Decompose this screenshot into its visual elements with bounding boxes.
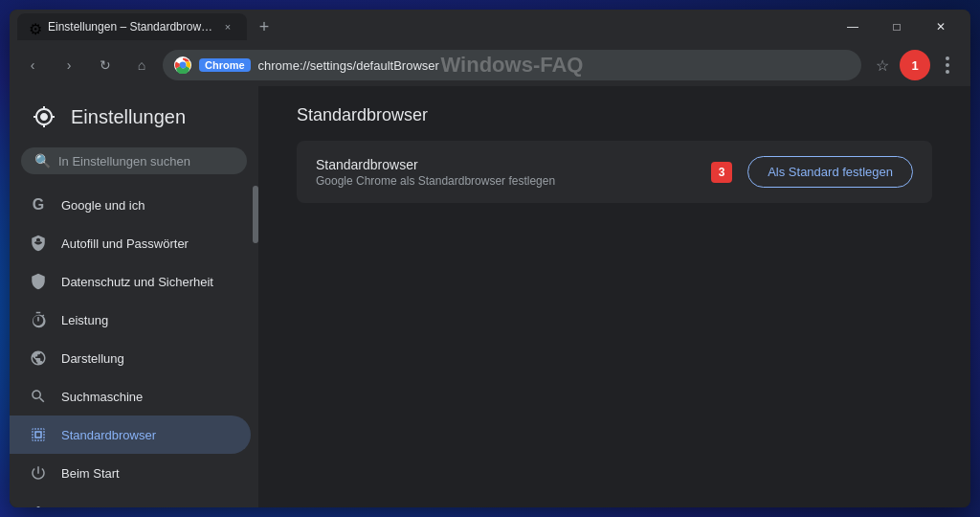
autofill-icon — [29, 234, 48, 253]
menu-dot-3 — [946, 70, 949, 74]
title-bar: ⚙ Einstellungen – Standardbrows… × + — □… — [10, 10, 970, 44]
sidebar-label-default: Standardbrowser — [61, 428, 156, 442]
home-button[interactable]: ⌂ — [126, 50, 157, 80]
address-text[interactable]: chrome://settings/defaultBrowser — [258, 58, 850, 73]
sidebar-item-performance[interactable]: Leistung — [10, 301, 251, 339]
sidebar-item-privacy[interactable]: Datenschutz und Sicherheit — [10, 262, 251, 301]
browser-window: ⚙ Einstellungen – Standardbrows… × + — □… — [10, 10, 970, 507]
sidebar-label-performance: Leistung — [61, 313, 108, 327]
sidebar-nav: G Google und ich Autofill und Passwörter — [10, 182, 258, 507]
search-placeholder: In Einstellungen suchen — [58, 154, 190, 169]
address-bar[interactable]: Chrome chrome://settings/defaultBrowser … — [163, 50, 861, 80]
svg-point-2 — [180, 62, 185, 67]
sidebar-label-autofill: Autofill und Passwörter — [61, 236, 189, 251]
sidebar-label-search: Suchmaschine — [61, 390, 143, 404]
settings-icon — [29, 101, 59, 132]
search-icon: 🔍 — [34, 153, 51, 169]
tab-title: Einstellungen – Standardbrows… — [48, 20, 214, 34]
profile-button[interactable]: 1 — [900, 50, 930, 80]
back-button[interactable]: ‹ — [17, 50, 48, 80]
sidebar-item-autofill[interactable]: Autofill und Passwörter — [10, 224, 251, 262]
forward-button[interactable]: › — [54, 50, 84, 80]
default-browser-icon — [29, 425, 48, 444]
menu-dot-1 — [946, 56, 949, 60]
active-tab[interactable]: ⚙ Einstellungen – Standardbrows… × — [17, 13, 247, 40]
sidebar: Einstellungen 🔍 In Einstellungen suchen … — [10, 86, 258, 507]
settings-card: Standardbrowser Google Chrome als Standa… — [297, 141, 932, 203]
new-tab-button[interactable]: + — [251, 13, 278, 40]
search-box[interactable]: 🔍 In Einstellungen suchen — [21, 147, 247, 174]
sidebar-item-startup[interactable]: Beim Start — [10, 454, 251, 492]
scrollbar-thumb[interactable] — [253, 186, 258, 243]
sidebar-label-appearance: Darstellung — [61, 351, 124, 366]
set-default-button[interactable]: Als Standard festlegen — [747, 156, 913, 188]
row-title: Standardbrowser — [316, 157, 696, 172]
main-content: Standardbrowser Standardbrowser Google C… — [258, 86, 970, 507]
sidebar-label-google: Google und ich — [61, 198, 145, 213]
privacy-icon — [29, 272, 48, 291]
settings-title: Einstellungen — [71, 106, 186, 128]
maximize-button[interactable]: □ — [875, 10, 919, 44]
sidebar-label-startup: Beim Start — [61, 466, 120, 481]
sidebar-label-privacy: Datenschutz und Sicherheit — [61, 275, 213, 289]
appearance-icon — [29, 348, 48, 368]
sidebar-item-default[interactable]: Standardbrowser 2 — [10, 416, 251, 454]
bookmark-button[interactable]: ☆ — [867, 50, 898, 80]
content-area: Einstellungen 🔍 In Einstellungen suchen … — [10, 86, 970, 507]
menu-button[interactable] — [932, 50, 963, 80]
search-engine-icon — [29, 387, 48, 406]
minimize-button[interactable]: — — [831, 10, 875, 44]
startup-icon — [29, 463, 48, 483]
chrome-logo-icon — [174, 56, 191, 74]
step3-badge: 3 — [711, 162, 732, 183]
tab-bar: ⚙ Einstellungen – Standardbrows… × + — [17, 13, 278, 40]
sidebar-item-appearance[interactable]: Darstellung — [10, 339, 251, 377]
toolbar: ‹ › ↻ ⌂ Chrome chrome://settings/default… — [10, 44, 970, 86]
settings-row: Standardbrowser Google Chrome als Standa… — [297, 141, 932, 203]
menu-dot-2 — [946, 63, 949, 67]
section-title: Standardbrowser — [297, 105, 932, 125]
chrome-badge: Chrome — [199, 58, 251, 72]
close-button[interactable]: ✕ — [919, 10, 963, 44]
window-controls: — □ ✕ — [831, 10, 963, 44]
row-desc: Google Chrome als Standardbrowser festle… — [316, 174, 696, 188]
reload-button[interactable]: ↻ — [90, 50, 121, 80]
profile-area: 1 — [900, 50, 930, 80]
languages-icon: A — [29, 502, 48, 507]
sidebar-item-search[interactable]: Suchmaschine — [10, 377, 251, 416]
scrollbar-track[interactable] — [253, 182, 258, 507]
tab-close-button[interactable]: × — [220, 19, 235, 34]
settings-row-text: Standardbrowser Google Chrome als Standa… — [316, 157, 696, 188]
sidebar-label-languages: Sprachen — [61, 505, 115, 508]
toolbar-right: ☆ 1 — [867, 50, 963, 80]
sidebar-item-languages[interactable]: A Sprachen — [10, 492, 251, 507]
google-icon: G — [29, 195, 48, 214]
tab-favicon: ⚙ — [29, 20, 42, 34]
sidebar-header: Einstellungen — [10, 86, 258, 147]
performance-icon — [29, 310, 48, 329]
sidebar-item-google[interactable]: G Google und ich — [10, 186, 251, 224]
